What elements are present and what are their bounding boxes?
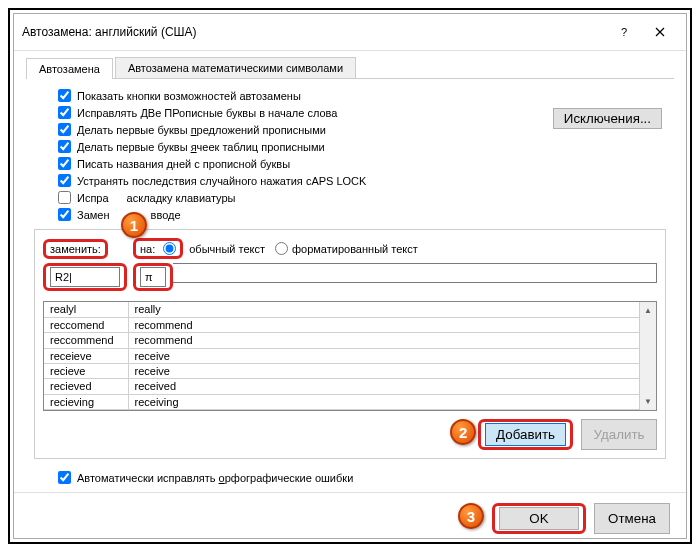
check-keyboard[interactable] bbox=[58, 191, 71, 204]
close-icon bbox=[655, 27, 665, 37]
table-row[interactable]: realylreally bbox=[44, 302, 639, 317]
badge-1: 1 bbox=[121, 212, 147, 238]
ok-button[interactable]: OK bbox=[499, 507, 579, 530]
label-caps-lock: Устранять последствия случайного нажатия… bbox=[77, 175, 366, 187]
cell-to: receive bbox=[128, 363, 639, 378]
label-show-buttons: Показать кнопки возможностей автозамены bbox=[77, 90, 301, 102]
badge-3: 3 bbox=[458, 503, 484, 529]
radio-formatted[interactable] bbox=[275, 242, 288, 255]
table-row[interactable]: reccomendrecommend bbox=[44, 317, 639, 332]
with-input[interactable] bbox=[173, 263, 657, 283]
cell-to: receive bbox=[128, 348, 639, 363]
close-button[interactable] bbox=[642, 20, 678, 44]
cell-to: received bbox=[128, 379, 639, 394]
table-row[interactable]: recievingreceiving bbox=[44, 394, 639, 409]
badge-2: 2 bbox=[450, 419, 476, 445]
label-auto-spell: Автоматически исправлять орфографические… bbox=[77, 472, 353, 484]
label-keyboard: Исправляаскладку клавиатуры bbox=[77, 192, 235, 204]
cell-from: receieve bbox=[44, 348, 128, 363]
check-show-buttons[interactable] bbox=[58, 89, 71, 102]
exceptions-button[interactable]: Исключения... bbox=[553, 108, 662, 129]
check-caps-lock[interactable] bbox=[58, 174, 71, 187]
label-with: на: bbox=[140, 243, 155, 255]
cell-from: recieving bbox=[44, 394, 128, 409]
titlebar: Автозамена: английский (США) ? bbox=[14, 14, 686, 51]
label-cap-cells: Делать первые буквы ячеек таблиц прописн… bbox=[77, 141, 325, 153]
add-button[interactable]: Добавить bbox=[485, 423, 566, 446]
check-auto-spell[interactable] bbox=[58, 471, 71, 484]
label-two-caps: Исправлять ДВе ПРописные буквы в начале … bbox=[77, 107, 337, 119]
cell-to: receiving bbox=[128, 394, 639, 409]
dialog-title: Автозамена: английский (США) bbox=[22, 25, 606, 39]
label-cap-sentence: Делать первые буквы предложений прописны… bbox=[77, 124, 326, 136]
cell-from: recieved bbox=[44, 379, 128, 394]
scroll-down-icon[interactable]: ▼ bbox=[640, 393, 656, 410]
tab-autocorrect[interactable]: Автозамена bbox=[26, 58, 113, 79]
tabs: Автозамена Автозамена математическими си… bbox=[26, 57, 674, 79]
autocorrect-dialog: Автозамена: английский (США) ? Автозамен… bbox=[13, 13, 687, 539]
cell-from: reccommend bbox=[44, 333, 128, 348]
table-row[interactable]: receievereceive bbox=[44, 348, 639, 363]
label-cap-days: Писать названия дней с прописной буквы bbox=[77, 158, 290, 170]
with-input-highlight[interactable] bbox=[140, 267, 166, 287]
cell-from: realyl bbox=[44, 302, 128, 317]
scrollbar[interactable]: ▲ ▼ bbox=[639, 302, 656, 410]
check-on-type[interactable] bbox=[58, 208, 71, 221]
scroll-up-icon[interactable]: ▲ bbox=[640, 302, 656, 319]
replace-group: 1 заменить: на: обычный текст форматиров… bbox=[34, 229, 666, 459]
delete-button[interactable]: Удалить bbox=[581, 419, 657, 450]
cancel-button[interactable]: Отмена bbox=[594, 503, 670, 534]
table-row[interactable]: recievereceive bbox=[44, 363, 639, 378]
autocorrect-table[interactable]: realylreallyreccomendrecommendreccommend… bbox=[43, 301, 657, 411]
cell-to: recommend bbox=[128, 317, 639, 332]
label-formatted: форматированный текст bbox=[292, 243, 418, 255]
label-replace: заменить: bbox=[43, 239, 108, 259]
radio-plain[interactable] bbox=[163, 242, 176, 255]
help-button[interactable]: ? bbox=[606, 20, 642, 44]
tab-math[interactable]: Автозамена математическими символами bbox=[115, 57, 356, 78]
cell-from: reccomend bbox=[44, 317, 128, 332]
check-cap-cells[interactable] bbox=[58, 140, 71, 153]
check-two-caps[interactable] bbox=[58, 106, 71, 119]
cell-from: recieve bbox=[44, 363, 128, 378]
cell-to: recommend bbox=[128, 333, 639, 348]
replace-input[interactable] bbox=[50, 267, 120, 287]
cell-to: really bbox=[128, 302, 639, 317]
label-plain: обычный текст bbox=[189, 243, 265, 255]
check-cap-days[interactable] bbox=[58, 157, 71, 170]
check-cap-sentence[interactable] bbox=[58, 123, 71, 136]
table-row[interactable]: recievedreceived bbox=[44, 379, 639, 394]
table-row[interactable]: reccommendrecommend bbox=[44, 333, 639, 348]
